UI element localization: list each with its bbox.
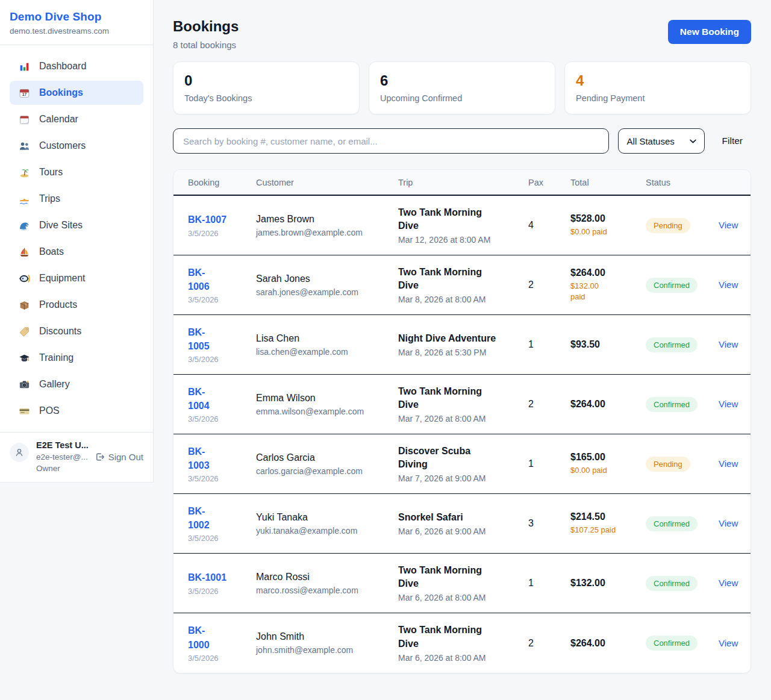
- sidebar-item-discounts[interactable]: Discounts: [10, 319, 143, 343]
- tear-off-calendar-icon: [18, 113, 30, 125]
- table-row: BK-10013/5/2026 Marco Rossimarco.rossi@e…: [173, 554, 751, 613]
- trip-time: Mar 8, 2026 at 5:30 PM: [398, 348, 522, 357]
- booking-id-link[interactable]: BK- 1003: [188, 445, 210, 472]
- booking-date: 3/5/2026: [188, 534, 250, 543]
- booking-id-link[interactable]: BK- 1006: [188, 266, 210, 293]
- stats-row: 0 Today's Bookings 6 Upcoming Confirmed …: [173, 61, 751, 114]
- booking-date: 3/5/2026: [188, 474, 250, 483]
- view-link[interactable]: View: [719, 518, 738, 528]
- pax-count: 2: [528, 280, 570, 290]
- user-name: E2E Test U...: [36, 440, 143, 450]
- user-info: E2E Test U... e2e-tester@... Sign Out Ow…: [36, 440, 143, 473]
- stat-label: Upcoming Confirmed: [380, 93, 544, 103]
- chevron-down-icon: [690, 139, 696, 143]
- column-header-status: Status: [646, 178, 719, 187]
- sidebar-item-label: Equipment: [39, 273, 86, 284]
- svg-text:17: 17: [22, 92, 27, 96]
- table-row: BK- 10003/5/2026 John Smithjohn.smith@ex…: [173, 613, 751, 673]
- sign-out-button[interactable]: Sign Out: [95, 452, 143, 462]
- page-title: Bookings: [173, 18, 239, 35]
- sidebar-item-bookings[interactable]: 17 Bookings: [10, 81, 143, 105]
- customer-email: emma.wilson@example.com: [256, 407, 392, 416]
- customer-email: yuki.tanaka@example.com: [256, 526, 392, 536]
- sidebar-item-equipment[interactable]: Equipment: [10, 266, 143, 290]
- table-row: BK- 10023/5/2026 Yuki Tanakayuki.tanaka@…: [173, 494, 751, 554]
- total-amount: $165.00: [570, 452, 640, 463]
- sidebar-item-gallery[interactable]: Gallery: [10, 372, 143, 396]
- customer-email: lisa.chen@example.com: [256, 347, 392, 357]
- table-row: BK- 10033/5/2026 Carlos Garciacarlos.gar…: [173, 434, 751, 494]
- booking-id-link[interactable]: BK- 1005: [188, 325, 210, 353]
- status-badge: Confirmed: [646, 278, 698, 293]
- diving-mask-icon: [18, 272, 30, 284]
- trip-name: Night Dive Adventure: [398, 332, 522, 345]
- total-amount: $264.00: [570, 638, 640, 649]
- total-amount: $214.50: [570, 511, 640, 522]
- trip-name: Snorkel Safari: [398, 511, 522, 524]
- status-filter-value: All Statuses: [627, 136, 675, 146]
- trip-name: Discover Scuba Diving: [398, 445, 522, 472]
- trip-time: Mar 7, 2026 at 8:00 AM: [398, 414, 522, 423]
- camera-icon: [18, 378, 30, 390]
- booking-id-link[interactable]: BK-1007: [188, 213, 226, 227]
- sidebar-item-label: Trips: [39, 193, 60, 204]
- brand: Demo Dive Shop demo.test.divestreams.com: [0, 0, 153, 45]
- sidebar-item-calendar[interactable]: Calendar: [10, 107, 143, 131]
- customer-name: Marco Rossi: [256, 572, 392, 583]
- paid-amount: $132.00 paid: [570, 281, 640, 302]
- sidebar-item-pos[interactable]: POS: [10, 399, 143, 423]
- sidebar-item-boats[interactable]: Boats: [10, 240, 143, 264]
- sidebar-item-label: Boats: [39, 246, 64, 257]
- view-link[interactable]: View: [719, 638, 738, 648]
- sidebar-item-tours[interactable]: Tours: [10, 160, 143, 184]
- calendar-date-icon: 17: [18, 87, 30, 99]
- status-badge: Confirmed: [646, 636, 698, 651]
- trip-time: Mar 7, 2026 at 9:00 AM: [398, 473, 522, 483]
- view-link[interactable]: View: [719, 280, 738, 290]
- pax-count: 1: [528, 339, 570, 350]
- status-badge: Confirmed: [646, 576, 698, 591]
- customer-name: Yuki Tanaka: [256, 512, 392, 523]
- booking-id-link[interactable]: BK-1001: [188, 570, 226, 584]
- status-badge: Pending: [646, 457, 690, 472]
- view-link[interactable]: View: [719, 399, 738, 409]
- main-content: Bookings 8 total bookings New Booking 0 …: [154, 0, 771, 693]
- view-link[interactable]: View: [719, 220, 738, 230]
- customer-email: john.smith@example.com: [256, 645, 392, 655]
- view-link[interactable]: View: [719, 578, 738, 588]
- sidebar-item-training[interactable]: Training: [10, 346, 143, 370]
- trip-name: Two Tank Morning Dive: [398, 564, 522, 591]
- sidebar-item-customers[interactable]: Customers: [10, 134, 143, 158]
- view-link[interactable]: View: [719, 458, 738, 469]
- sidebar-item-label: Bookings: [39, 87, 83, 98]
- booking-id-link[interactable]: BK- 1002: [188, 504, 210, 532]
- column-header-pax: Pax: [528, 178, 570, 187]
- package-icon: [18, 299, 30, 311]
- page-header: Bookings 8 total bookings New Booking: [173, 18, 751, 50]
- sidebar-item-label: Customers: [39, 140, 86, 151]
- user-email: e2e-tester@...: [36, 452, 90, 461]
- table-row: BK- 10053/5/2026 Lisa Chenlisa.chen@exam…: [173, 315, 751, 375]
- shop-domain: demo.test.divestreams.com: [10, 27, 143, 36]
- pax-count: 4: [528, 220, 570, 231]
- table-header-row: Booking Customer Trip Pax Total Status: [173, 170, 751, 196]
- booking-id-link[interactable]: BK- 1004: [188, 385, 210, 413]
- view-link[interactable]: View: [719, 339, 738, 349]
- customer-email: marco.rossi@example.com: [256, 586, 392, 595]
- filter-button[interactable]: Filter: [714, 136, 751, 146]
- sidebar-nav: Dashboard 17 Bookings Calendar Customers…: [0, 45, 153, 432]
- booking-id-link[interactable]: BK- 1000: [188, 623, 210, 651]
- sidebar-item-trips[interactable]: Trips: [10, 187, 143, 211]
- trip-name: Two Tank Morning Dive: [398, 623, 522, 651]
- sidebar-item-dashboard[interactable]: Dashboard: [10, 54, 143, 78]
- search-input[interactable]: [173, 128, 609, 154]
- stat-value: 4: [576, 72, 740, 89]
- new-booking-button[interactable]: New Booking: [668, 20, 751, 44]
- person-icon: [13, 446, 25, 458]
- sidebar-item-dive-sites[interactable]: Dive Sites: [10, 213, 143, 237]
- booking-date: 3/5/2026: [188, 229, 250, 238]
- sidebar-item-label: Calendar: [39, 114, 78, 125]
- customer-email: james.brown@example.com: [256, 228, 392, 237]
- sidebar-item-products[interactable]: Products: [10, 293, 143, 317]
- status-filter-select[interactable]: All Statuses: [618, 128, 705, 154]
